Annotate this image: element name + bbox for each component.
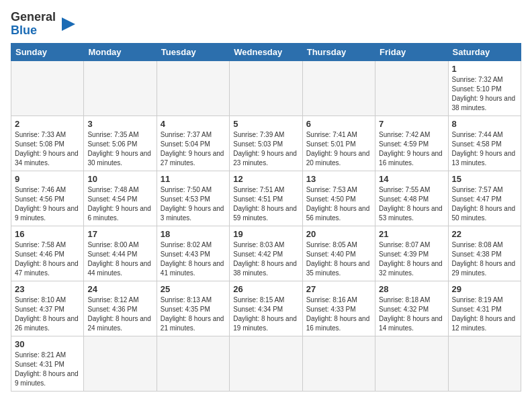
calendar-day-cell: 3Sunrise: 7:35 AM Sunset: 5:06 PM Daylig… <box>84 116 157 171</box>
day-number: 12 <box>233 174 298 184</box>
day-number: 19 <box>233 229 298 239</box>
calendar-day-cell <box>157 60 229 116</box>
day-number: 4 <box>161 119 226 129</box>
day-info: Sunrise: 7:37 AM Sunset: 5:04 PM Dayligh… <box>161 130 226 168</box>
day-number: 21 <box>379 229 444 239</box>
weekday-header-monday: Monday <box>84 43 157 60</box>
day-number: 2 <box>15 119 80 129</box>
calendar-day-cell: 24Sunrise: 8:12 AM Sunset: 4:36 PM Dayli… <box>84 281 157 336</box>
day-number: 27 <box>306 284 371 294</box>
calendar-day-cell: 27Sunrise: 8:16 AM Sunset: 4:33 PM Dayli… <box>302 281 375 336</box>
calendar-day-cell: 8Sunrise: 7:44 AM Sunset: 4:58 PM Daylig… <box>448 116 521 171</box>
day-number: 23 <box>15 284 80 294</box>
day-number: 13 <box>306 174 371 184</box>
weekday-header-saturday: Saturday <box>448 43 521 60</box>
day-number: 26 <box>233 284 298 294</box>
calendar-day-cell: 4Sunrise: 7:37 AM Sunset: 5:04 PM Daylig… <box>157 116 229 171</box>
calendar-day-cell <box>302 60 375 116</box>
calendar-day-cell <box>448 336 521 391</box>
logo: General Blue <box>11 11 79 38</box>
calendar-day-cell <box>302 336 375 391</box>
calendar-week-row: 16Sunrise: 7:58 AM Sunset: 4:46 PM Dayli… <box>11 226 521 281</box>
day-number: 24 <box>87 284 152 294</box>
calendar-day-cell: 18Sunrise: 8:02 AM Sunset: 4:43 PM Dayli… <box>157 226 229 281</box>
day-info: Sunrise: 7:53 AM Sunset: 4:50 PM Dayligh… <box>306 185 371 223</box>
day-info: Sunrise: 8:21 AM Sunset: 4:31 PM Dayligh… <box>15 351 80 388</box>
calendar-table: SundayMondayTuesdayWednesdayThursdayFrid… <box>11 43 521 392</box>
calendar-day-cell: 26Sunrise: 8:15 AM Sunset: 4:34 PM Dayli… <box>230 281 302 336</box>
day-info: Sunrise: 7:55 AM Sunset: 4:48 PM Dayligh… <box>379 185 444 223</box>
day-info: Sunrise: 7:51 AM Sunset: 4:51 PM Dayligh… <box>233 185 298 223</box>
day-number: 17 <box>87 229 152 239</box>
calendar-day-cell: 14Sunrise: 7:55 AM Sunset: 4:48 PM Dayli… <box>375 171 448 226</box>
day-number: 10 <box>87 174 152 184</box>
day-info: Sunrise: 8:16 AM Sunset: 4:33 PM Dayligh… <box>306 295 371 333</box>
day-info: Sunrise: 8:05 AM Sunset: 4:40 PM Dayligh… <box>306 240 371 278</box>
day-number: 14 <box>379 174 444 184</box>
day-number: 6 <box>306 119 371 129</box>
day-info: Sunrise: 7:41 AM Sunset: 5:01 PM Dayligh… <box>306 130 371 168</box>
calendar-day-cell: 28Sunrise: 8:18 AM Sunset: 4:32 PM Dayli… <box>375 281 448 336</box>
day-info: Sunrise: 7:48 AM Sunset: 4:54 PM Dayligh… <box>87 185 152 223</box>
calendar-day-cell: 21Sunrise: 8:07 AM Sunset: 4:39 PM Dayli… <box>375 226 448 281</box>
day-number: 25 <box>161 284 226 294</box>
weekday-header-thursday: Thursday <box>302 43 375 60</box>
calendar-week-row: 1Sunrise: 7:32 AM Sunset: 5:10 PM Daylig… <box>11 60 521 116</box>
calendar-day-cell <box>230 60 302 116</box>
day-info: Sunrise: 8:03 AM Sunset: 4:42 PM Dayligh… <box>233 240 298 278</box>
calendar-day-cell: 15Sunrise: 7:57 AM Sunset: 4:47 PM Dayli… <box>448 171 521 226</box>
calendar-day-cell: 5Sunrise: 7:39 AM Sunset: 5:03 PM Daylig… <box>230 116 302 171</box>
weekday-header-sunday: Sunday <box>11 43 84 60</box>
calendar-week-row: 23Sunrise: 8:10 AM Sunset: 4:37 PM Dayli… <box>11 281 521 336</box>
calendar-day-cell: 30Sunrise: 8:21 AM Sunset: 4:31 PM Dayli… <box>11 336 84 391</box>
calendar-day-cell: 11Sunrise: 7:50 AM Sunset: 4:53 PM Dayli… <box>157 171 229 226</box>
calendar-day-cell: 22Sunrise: 8:08 AM Sunset: 4:38 PM Dayli… <box>448 226 521 281</box>
calendar-day-cell <box>375 60 448 116</box>
day-info: Sunrise: 8:08 AM Sunset: 4:38 PM Dayligh… <box>452 240 517 278</box>
day-info: Sunrise: 8:18 AM Sunset: 4:32 PM Dayligh… <box>379 295 444 333</box>
calendar-day-cell: 20Sunrise: 8:05 AM Sunset: 4:40 PM Dayli… <box>302 226 375 281</box>
weekday-header-tuesday: Tuesday <box>157 43 229 60</box>
day-number: 11 <box>161 174 226 184</box>
calendar-day-cell: 13Sunrise: 7:53 AM Sunset: 4:50 PM Dayli… <box>302 171 375 226</box>
day-number: 1 <box>452 64 517 74</box>
day-number: 20 <box>306 229 371 239</box>
calendar-day-cell: 10Sunrise: 7:48 AM Sunset: 4:54 PM Dayli… <box>84 171 157 226</box>
day-info: Sunrise: 7:33 AM Sunset: 5:08 PM Dayligh… <box>15 130 80 168</box>
day-number: 28 <box>379 284 444 294</box>
day-info: Sunrise: 8:00 AM Sunset: 4:44 PM Dayligh… <box>87 240 152 278</box>
day-info: Sunrise: 7:39 AM Sunset: 5:03 PM Dayligh… <box>233 130 298 168</box>
day-info: Sunrise: 8:19 AM Sunset: 4:31 PM Dayligh… <box>452 295 517 333</box>
calendar-day-cell: 25Sunrise: 8:13 AM Sunset: 4:35 PM Dayli… <box>157 281 229 336</box>
day-info: Sunrise: 7:42 AM Sunset: 4:59 PM Dayligh… <box>379 130 444 168</box>
calendar-day-cell <box>375 336 448 391</box>
day-number: 7 <box>379 119 444 129</box>
calendar-week-row: 9Sunrise: 7:46 AM Sunset: 4:56 PM Daylig… <box>11 171 521 226</box>
day-info: Sunrise: 7:32 AM Sunset: 5:10 PM Dayligh… <box>452 75 517 113</box>
day-number: 3 <box>87 119 152 129</box>
logo-text-general: General Blue <box>11 11 56 38</box>
day-info: Sunrise: 7:57 AM Sunset: 4:47 PM Dayligh… <box>452 185 517 223</box>
day-number: 9 <box>15 174 80 184</box>
day-info: Sunrise: 7:58 AM Sunset: 4:46 PM Dayligh… <box>15 240 80 278</box>
calendar-day-cell <box>84 336 157 391</box>
page-header: General Blue <box>11 11 521 38</box>
calendar-day-cell: 16Sunrise: 7:58 AM Sunset: 4:46 PM Dayli… <box>11 226 84 281</box>
calendar-day-cell: 7Sunrise: 7:42 AM Sunset: 4:59 PM Daylig… <box>375 116 448 171</box>
calendar-day-cell: 12Sunrise: 7:51 AM Sunset: 4:51 PM Dayli… <box>230 171 302 226</box>
day-info: Sunrise: 8:15 AM Sunset: 4:34 PM Dayligh… <box>233 295 298 333</box>
day-info: Sunrise: 8:13 AM Sunset: 4:35 PM Dayligh… <box>161 295 226 333</box>
calendar-week-row: 30Sunrise: 8:21 AM Sunset: 4:31 PM Dayli… <box>11 336 521 391</box>
day-number: 29 <box>452 284 517 294</box>
calendar-day-cell <box>157 336 229 391</box>
calendar-day-cell: 1Sunrise: 7:32 AM Sunset: 5:10 PM Daylig… <box>448 60 521 116</box>
day-number: 22 <box>452 229 517 239</box>
day-number: 5 <box>233 119 298 129</box>
day-info: Sunrise: 7:35 AM Sunset: 5:06 PM Dayligh… <box>87 130 152 168</box>
weekday-header-friday: Friday <box>375 43 448 60</box>
day-number: 16 <box>15 229 80 239</box>
calendar-day-cell: 19Sunrise: 8:03 AM Sunset: 4:42 PM Dayli… <box>230 226 302 281</box>
day-info: Sunrise: 8:10 AM Sunset: 4:37 PM Dayligh… <box>15 295 80 333</box>
calendar-day-cell <box>11 60 84 116</box>
calendar-day-cell <box>84 60 157 116</box>
